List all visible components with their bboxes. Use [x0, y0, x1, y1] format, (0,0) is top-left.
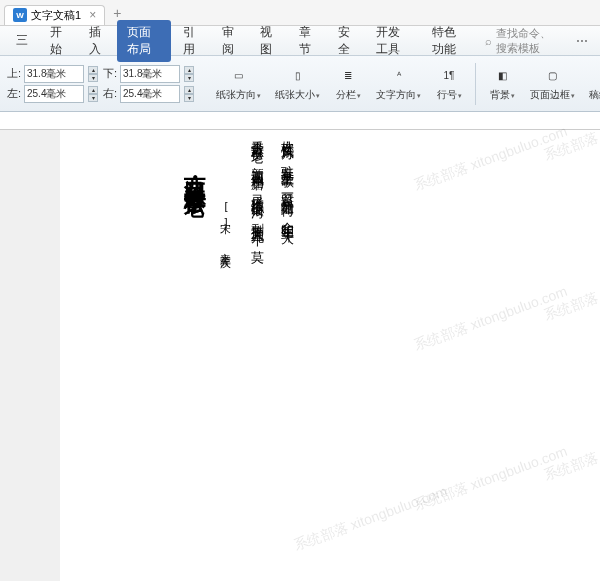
spin-down-icon[interactable]: ▾ — [88, 94, 98, 102]
ribbon-columns-button[interactable]: ≣分栏▾ — [328, 64, 368, 104]
watermark: 系统部落 xitongbuluo.com — [542, 253, 600, 325]
menu-review[interactable]: 审阅 — [212, 20, 249, 62]
ribbon-label: 背景▾ — [490, 88, 515, 102]
watermark: 系统部落 xitongbuluo.com — [412, 283, 570, 355]
spin-up-icon[interactable]: ▴ — [88, 86, 98, 94]
margin-top-label: 上: — [6, 66, 22, 81]
margin-bottom-input[interactable]: 31.8毫米 — [120, 65, 180, 83]
margin-left-label: 左: — [6, 86, 22, 101]
search-box[interactable]: ⌕ 查找命令、搜索模板 — [479, 24, 568, 58]
watermark: 系统部落 xitongbuluo.com — [292, 483, 450, 555]
chevron-down-icon: ▾ — [571, 92, 575, 99]
margin-group-right: 下: 31.8毫米 ▴▾ 右: 25.4毫米 ▴▾ — [102, 65, 194, 103]
watermark: 系统部落 xitongbuluo.com — [412, 443, 570, 515]
search-placeholder: 查找命令、搜索模板 — [496, 26, 562, 56]
spin-down-icon[interactable]: ▾ — [184, 94, 194, 102]
document-line-2: 枕楼东风月，驻春亭上笙歌。留君一醉意如何。金印明年斗大。 — [278, 130, 296, 570]
menu-home[interactable]: 开始 — [40, 20, 77, 62]
margin-group-left: 上: 31.8毫米 ▴▾ 左: 25.4毫米 ▴▾ — [6, 65, 98, 103]
ribbon-orientation-button[interactable]: ▭纸张方向▾ — [210, 64, 267, 104]
watermark: 系统部落 xitongbuluo.com — [412, 123, 570, 195]
textdir-icon: ᴬ — [389, 66, 409, 86]
background-icon: ◧ — [492, 66, 512, 86]
ribbon-label: 纸张方向▾ — [216, 88, 261, 102]
ribbon-paper-button[interactable]: ▤稿纸设置▾ — [583, 64, 600, 104]
menu-special[interactable]: 特色功能 — [422, 20, 475, 62]
ribbon: 上: 31.8毫米 ▴▾ 左: 25.4毫米 ▴▾ 下: 31.8毫米 ▴▾ 右… — [0, 56, 600, 112]
ruler[interactable] — [0, 112, 600, 130]
spin-down-icon[interactable]: ▾ — [88, 74, 98, 82]
spin-up-icon[interactable]: ▴ — [184, 66, 194, 74]
chevron-down-icon: ▾ — [316, 92, 320, 99]
margin-right-input[interactable]: 25.4毫米 — [120, 85, 180, 103]
document-line-1: 秀骨青松不老，新词玉佩相磨。灵槎准拟泛银河。剩摘天星几个。莫 — [248, 130, 266, 570]
chevron-down-icon: ▾ — [511, 92, 515, 99]
spin-down-icon[interactable]: ▾ — [184, 74, 194, 82]
ribbon-label: 稿纸设置▾ — [589, 88, 600, 102]
menu-bar: 三 开始 插入 页面布局 引用 审阅 视图 章节 安全 开发工具 特色功能 ⌕ … — [0, 26, 600, 56]
ribbon-label: 行号▾ — [437, 88, 462, 102]
search-icon: ⌕ — [485, 35, 492, 47]
menu-developer[interactable]: 开发工具 — [366, 20, 419, 62]
margin-left-input[interactable]: 25.4毫米 — [24, 85, 84, 103]
document-title: 西江月・秀骨青松不老 — [180, 160, 210, 490]
menu-hamburger[interactable]: 三 — [6, 28, 38, 53]
ribbon-label: 页面边框▾ — [530, 88, 575, 102]
ribbon-size-button[interactable]: ▯纸张大小▾ — [269, 64, 326, 104]
document-area: 西江月・秀骨青松不老 [宋] 辛弃疾 秀骨青松不老，新词玉佩相磨。灵槎准拟泛银河… — [0, 112, 600, 581]
ribbon-border-button[interactable]: ▢页面边框▾ — [524, 64, 581, 104]
spin-up-icon[interactable]: ▴ — [184, 86, 194, 94]
chevron-down-icon: ▾ — [257, 92, 261, 99]
columns-icon: ≣ — [338, 66, 358, 86]
chevron-down-icon: ▾ — [357, 92, 361, 99]
chevron-down-icon: ▾ — [417, 92, 421, 99]
menu-page-layout[interactable]: 页面布局 — [117, 20, 170, 62]
spin-up-icon[interactable]: ▴ — [88, 66, 98, 74]
linenum-icon: 1¶ — [439, 66, 459, 86]
menu-view[interactable]: 视图 — [250, 20, 287, 62]
menu-more-icon[interactable]: ⋯ — [570, 32, 594, 50]
margin-right-label: 右: — [102, 86, 118, 101]
document-author: [宋] 辛弃疾 — [218, 200, 233, 280]
ribbon-label: 分栏▾ — [336, 88, 361, 102]
ribbon-background-button[interactable]: ◧背景▾ — [482, 64, 522, 104]
doc-icon: W — [13, 8, 27, 22]
margin-top-input[interactable]: 31.8毫米 — [24, 65, 84, 83]
orientation-icon: ▭ — [229, 66, 249, 86]
menu-insert[interactable]: 插入 — [79, 20, 116, 62]
chevron-down-icon: ▾ — [458, 92, 462, 99]
ribbon-label: 纸张大小▾ — [275, 88, 320, 102]
menu-references[interactable]: 引用 — [173, 20, 210, 62]
ribbon-textdir-button[interactable]: ᴬ文字方向▾ — [370, 64, 427, 104]
page[interactable]: 西江月・秀骨青松不老 [宋] 辛弃疾 秀骨青松不老，新词玉佩相磨。灵槎准拟泛银河… — [60, 130, 600, 581]
border-icon: ▢ — [543, 66, 563, 86]
ribbon-linenum-button[interactable]: 1¶行号▾ — [429, 64, 469, 104]
size-icon: ▯ — [288, 66, 308, 86]
margin-bottom-label: 下: — [102, 66, 118, 81]
add-tab-button[interactable]: + — [113, 5, 121, 21]
menu-chapter[interactable]: 章节 — [289, 20, 326, 62]
ribbon-label: 文字方向▾ — [376, 88, 421, 102]
watermark: 系统部落 xitongbuluo.com — [542, 413, 600, 485]
menu-security[interactable]: 安全 — [328, 20, 365, 62]
